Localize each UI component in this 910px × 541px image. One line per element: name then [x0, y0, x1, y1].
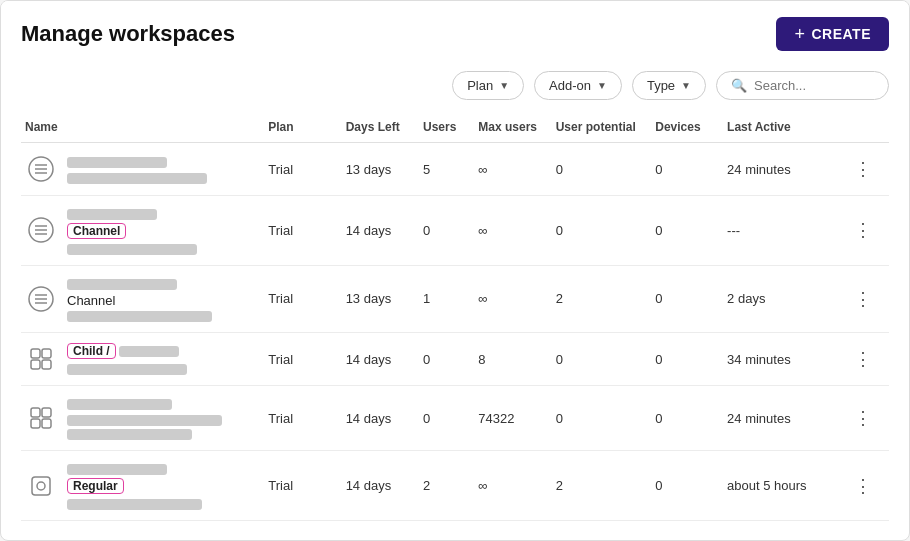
page-title: Manage workspaces [21, 21, 235, 47]
svg-rect-14 [31, 360, 40, 369]
maxusers-cell-5: ∞ [474, 451, 551, 521]
name-cell-0 [21, 143, 264, 196]
workspace-icon-5 [25, 470, 57, 502]
potential-cell-1: 0 [552, 196, 652, 266]
plan-cell-1: Trial [264, 196, 341, 266]
col-header-users: Users [419, 112, 474, 143]
potential-cell-0: 0 [552, 143, 652, 196]
name-tag-3: Child / [67, 343, 116, 359]
users-cell-0: 5 [419, 143, 474, 196]
plan-filter[interactable]: Plan ▼ [452, 71, 524, 100]
maxusers-cell-0: ∞ [474, 143, 551, 196]
search-icon: 🔍 [731, 78, 747, 93]
workspace-icon-0 [25, 153, 57, 185]
lastactive-cell-2: 2 days [723, 265, 845, 333]
plan-cell-3: Trial [264, 333, 341, 386]
col-header-days: Days Left [342, 112, 419, 143]
action-cell-5: ⋮ [845, 451, 889, 521]
days-cell-4: 14 days [342, 386, 419, 451]
svg-rect-20 [32, 477, 50, 495]
plan-cell-0: Trial [264, 143, 341, 196]
workspace-icon-2 [25, 283, 57, 315]
more-button-2[interactable]: ⋮ [849, 286, 877, 312]
name-tag-5: Regular [67, 478, 124, 494]
svg-rect-17 [42, 408, 51, 417]
chevron-down-icon: ▼ [597, 80, 607, 91]
plan-cell-2: Trial [264, 265, 341, 333]
col-header-action [845, 112, 889, 143]
action-cell-2: ⋮ [845, 265, 889, 333]
col-header-lastactive: Last Active [723, 112, 845, 143]
col-header-devices: Devices [651, 112, 723, 143]
name-cell-2: Channel [21, 265, 264, 333]
col-header-name: Name [21, 112, 264, 143]
more-button-4[interactable]: ⋮ [849, 405, 877, 431]
maxusers-cell-1: ∞ [474, 196, 551, 266]
days-cell-2: 13 days [342, 265, 419, 333]
lastactive-cell-3: 34 minutes [723, 333, 845, 386]
users-cell-4: 0 [419, 386, 474, 451]
table-row: Trial14 days0743220024 minutes ⋮ [21, 386, 889, 451]
name-cell-3: Child / [21, 333, 264, 386]
devices-cell-1: 0 [651, 196, 723, 266]
col-header-potential: User potential [552, 112, 652, 143]
devices-cell-3: 0 [651, 333, 723, 386]
create-button[interactable]: + CREATE [776, 17, 889, 51]
lastactive-cell-1: --- [723, 196, 845, 266]
users-cell-1: 0 [419, 196, 474, 266]
search-box: 🔍 [716, 71, 889, 100]
lastactive-cell-5: about 5 hours [723, 451, 845, 521]
col-header-plan: Plan [264, 112, 341, 143]
action-cell-4: ⋮ [845, 386, 889, 451]
maxusers-cell-4: 74322 [474, 386, 551, 451]
svg-rect-19 [42, 419, 51, 428]
name-cell-1: Channel [21, 196, 264, 266]
plan-cell-5: Trial [264, 451, 341, 521]
type-filter-label: Type [647, 78, 675, 93]
users-cell-2: 1 [419, 265, 474, 333]
maxusers-cell-2: ∞ [474, 265, 551, 333]
plan-filter-label: Plan [467, 78, 493, 93]
more-button-3[interactable]: ⋮ [849, 346, 877, 372]
more-button-5[interactable]: ⋮ [849, 473, 877, 499]
svg-rect-12 [31, 349, 40, 358]
days-cell-1: 14 days [342, 196, 419, 266]
search-input[interactable] [754, 78, 874, 93]
svg-rect-13 [42, 349, 51, 358]
addon-filter[interactable]: Add-on ▼ [534, 71, 622, 100]
more-button-1[interactable]: ⋮ [849, 217, 877, 243]
workspaces-table: Name Plan Days Left Users Max users User… [1, 112, 909, 521]
svg-rect-16 [31, 408, 40, 417]
col-header-maxusers: Max users [474, 112, 551, 143]
workspace-icon-4 [25, 402, 57, 434]
potential-cell-5: 2 [552, 451, 652, 521]
devices-cell-0: 0 [651, 143, 723, 196]
action-cell-0: ⋮ [845, 143, 889, 196]
plus-icon: + [794, 25, 805, 43]
days-cell-0: 13 days [342, 143, 419, 196]
maxusers-cell-3: 8 [474, 333, 551, 386]
type-filter[interactable]: Type ▼ [632, 71, 706, 100]
name-tag-1: Channel [67, 223, 126, 239]
devices-cell-4: 0 [651, 386, 723, 451]
lastactive-cell-0: 24 minutes [723, 143, 845, 196]
potential-cell-3: 0 [552, 333, 652, 386]
action-cell-3: ⋮ [845, 333, 889, 386]
action-cell-1: ⋮ [845, 196, 889, 266]
devices-cell-5: 0 [651, 451, 723, 521]
chevron-down-icon: ▼ [499, 80, 509, 91]
users-cell-5: 2 [419, 451, 474, 521]
chevron-down-icon: ▼ [681, 80, 691, 91]
svg-rect-18 [31, 419, 40, 428]
name-cell-5: Regular [21, 451, 264, 521]
plan-cell-4: Trial [264, 386, 341, 451]
more-button-0[interactable]: ⋮ [849, 156, 877, 182]
svg-rect-15 [42, 360, 51, 369]
potential-cell-2: 2 [552, 265, 652, 333]
devices-cell-2: 0 [651, 265, 723, 333]
create-label: CREATE [811, 26, 871, 42]
workspace-icon-1 [25, 214, 57, 246]
table-row: RegularTrial14 days2∞20about 5 hours ⋮ [21, 451, 889, 521]
name-cell-4 [21, 386, 264, 451]
filters-bar: Plan ▼ Add-on ▼ Type ▼ 🔍 [1, 63, 909, 112]
